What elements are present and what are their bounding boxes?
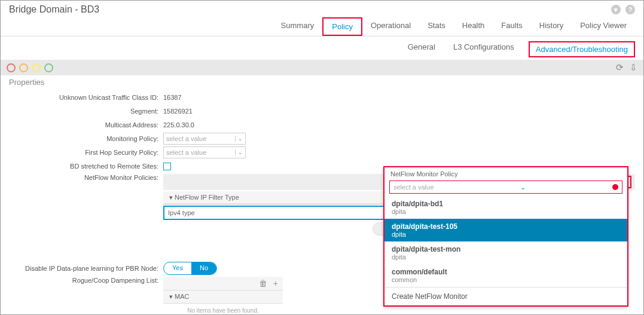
tab-history[interactable]: History	[531, 17, 572, 36]
monitoring-policy-select[interactable]: select a value ⌄	[163, 133, 246, 145]
netflow-policies-label: NetFlow Monitor Policies:	[9, 174, 163, 181]
fault-major-icon[interactable]	[19, 63, 28, 72]
pbr-no[interactable]: No	[191, 262, 216, 274]
refresh-icon[interactable]: ⟳	[616, 62, 624, 73]
status-toolbar: ⟳ ⇩	[1, 60, 643, 75]
segment-label: Segment:	[9, 108, 163, 115]
tab-policy-viewer[interactable]: Policy Viewer	[572, 17, 635, 36]
unknown-unicast-value: 16387	[163, 94, 182, 101]
dropdown-item[interactable]: dpita/dpita-bd1dpita	[384, 196, 627, 219]
dropdown-search-placeholder: select a value	[393, 184, 434, 191]
tab-summary[interactable]: Summary	[273, 17, 323, 36]
tab-stats[interactable]: Stats	[419, 17, 454, 36]
netflow-filter-select[interactable]: Ipv4 type ⌄	[163, 206, 402, 220]
firsthop-policy-label: First Hop Security Policy:	[9, 149, 163, 156]
fault-minor-icon[interactable]	[32, 63, 41, 72]
bd-stretch-label: BD stretched to Remote Sites:	[9, 163, 163, 170]
segment-value: 15826921	[163, 108, 193, 115]
subtab-general[interactable]: General	[404, 41, 439, 57]
tab-operational[interactable]: Operational	[362, 17, 419, 36]
chevron-down-icon: ⌄	[520, 184, 526, 191]
fault-healthy-icon[interactable]	[44, 63, 53, 72]
rogue-empty-text: No items have been found. Select Actions…	[163, 304, 283, 315]
dropdown-item[interactable]: dpita/dpita-test-mondpita	[384, 241, 627, 264]
tab-faults[interactable]: Faults	[493, 17, 530, 36]
pbr-yes[interactable]: Yes	[164, 262, 191, 274]
rogue-trash-icon[interactable]: 🗑	[259, 279, 267, 288]
create-netflow-monitor-link[interactable]: Create NetFlow Monitor	[384, 287, 627, 305]
firsthop-policy-placeholder: select a value	[166, 149, 206, 156]
dropdown-item[interactable]: dpita/dpita-test-105dpita	[384, 219, 627, 241]
netflow-filter-value: Ipv4 type	[168, 209, 195, 216]
firsthop-policy-select[interactable]: select a value ⌄	[163, 146, 246, 158]
netflow-filter-header[interactable]: ▾ NetFlow IP Filter Type	[163, 191, 402, 204]
rogue-mac-column[interactable]: ▾ MAC	[163, 290, 283, 304]
secondary-tabs: GeneralL3 ConfigurationsAdvanced/Trouble…	[1, 36, 643, 60]
fault-critical-icon[interactable]	[7, 63, 16, 72]
dropdown-title: NetFlow Monitor Policy	[384, 167, 627, 181]
netflow-monitor-dropdown: NetFlow Monitor Policy select a value ⌄ …	[383, 166, 628, 307]
bd-stretch-checkbox[interactable]	[163, 163, 171, 170]
tab-policy[interactable]: Policy	[322, 17, 362, 36]
unknown-unicast-label: Unknown Unicast Traffic Class ID:	[9, 94, 163, 101]
rogue-add-button[interactable]: +	[273, 279, 278, 288]
chevron-down-icon: ⌄	[235, 136, 243, 142]
subtab-advanced-troubleshooting[interactable]: Advanced/Troubleshooting	[529, 41, 635, 57]
bookmark-icon[interactable]: ▾	[611, 5, 621, 14]
dropdown-item[interactable]: common/defaultcommon	[384, 264, 627, 287]
rogue-label: Rogue/Coop Dampening List:	[9, 277, 163, 284]
primary-tabs: SummaryPolicyOperationalStatsHealthFault…	[1, 17, 643, 36]
multicast-label: Multicast Address:	[9, 121, 163, 129]
tab-health[interactable]: Health	[454, 17, 493, 36]
pbr-label: Disable IP Data-plane learning for PBR N…	[9, 265, 163, 272]
monitoring-policy-placeholder: select a value	[166, 135, 206, 142]
pbr-toggle[interactable]: Yes No	[163, 262, 217, 275]
chevron-down-icon: ⌄	[235, 149, 243, 155]
multicast-value: 225.0.30.0	[163, 121, 194, 129]
dropdown-search-input[interactable]: select a value ⌄	[389, 181, 622, 194]
download-icon[interactable]: ⇩	[630, 62, 637, 73]
subtab-l3-configurations[interactable]: L3 Configurations	[450, 41, 518, 57]
page-title: Bridge Domain - BD3	[9, 4, 99, 15]
properties-section-title: Properties	[1, 75, 643, 89]
help-icon[interactable]: ?	[625, 5, 635, 14]
clear-icon[interactable]	[612, 184, 618, 190]
monitoring-policy-label: Monitoring Policy:	[9, 135, 163, 142]
